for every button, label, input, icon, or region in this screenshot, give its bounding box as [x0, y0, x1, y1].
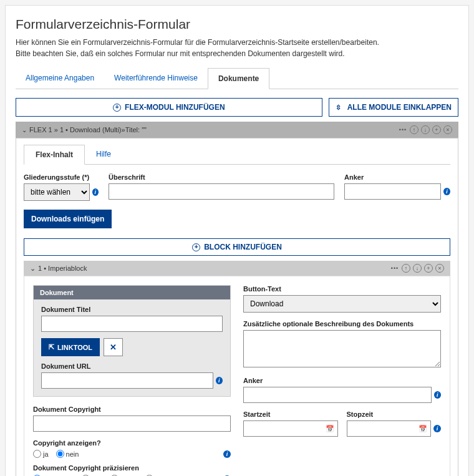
- menu-icon[interactable]: •••: [390, 264, 399, 273]
- link-icon: ⇱: [49, 343, 54, 351]
- info-icon[interactable]: i: [433, 425, 441, 432]
- intro-line-1: Hier können Sie ein Formularverzeichnis-…: [16, 37, 458, 48]
- copyright-show-label: Copyright anzeigen?: [33, 439, 220, 447]
- gliederung-select[interactable]: bitte wählen: [24, 183, 90, 201]
- button-text-label: Button-Text: [243, 285, 441, 293]
- unlink-button[interactable]: ✕: [104, 338, 123, 356]
- copyright-precise-label: Dokument Copyright präzisieren: [33, 464, 220, 472]
- anker-label: Anker: [344, 173, 450, 181]
- calendar-icon[interactable]: 📅: [326, 425, 334, 433]
- anker2-label: Anker: [243, 377, 441, 384]
- duplicate-icon[interactable]: +: [432, 125, 441, 134]
- doc-url-input[interactable]: [41, 372, 213, 389]
- chevron-down-icon: ⌄: [30, 265, 36, 273]
- chevron-down-icon: ⌄: [22, 127, 27, 134]
- move-up-icon[interactable]: ↑: [410, 125, 418, 134]
- ueberschrift-label: Überschrift: [109, 173, 334, 181]
- beschreibung-textarea[interactable]: [243, 330, 441, 367]
- page-title: Formularverzeichnis-Formular: [16, 17, 458, 32]
- stopzeit-label: Stopzeit: [347, 410, 442, 418]
- delete-icon[interactable]: ×: [435, 264, 444, 273]
- doc-titel-input[interactable]: [41, 316, 223, 332]
- gliederung-label: Gliederungsstufe (*): [24, 173, 99, 181]
- anker2-input[interactable]: [243, 387, 432, 403]
- intro-line-2: Bitte beachten Sie, daß ein solches Form…: [16, 48, 458, 59]
- insert-downloads-button[interactable]: Downloads einfügen: [24, 210, 112, 228]
- info-icon[interactable]: i: [443, 188, 450, 195]
- tab-dokumente[interactable]: Dokumente: [208, 68, 269, 89]
- move-down-icon[interactable]: ↓: [421, 125, 430, 134]
- calendar-icon[interactable]: 📅: [418, 425, 427, 433]
- add-flex-module-button[interactable]: + FLEX-MODUL HINZUFÜGEN: [16, 98, 322, 117]
- tab-allgemeine[interactable]: Allgemeine Angaben: [16, 68, 104, 89]
- radio-ja[interactable]: ja: [33, 450, 49, 458]
- duplicate-icon[interactable]: +: [424, 264, 433, 273]
- radio-nein[interactable]: nein: [56, 450, 79, 458]
- tab-hinweise[interactable]: Weiterführende Hinweise: [104, 68, 208, 89]
- add-block-button[interactable]: + BLOCK HINZUFÜGEN: [24, 238, 450, 256]
- startzeit-input[interactable]: [243, 420, 338, 437]
- button-text-select[interactable]: Download: [243, 295, 441, 313]
- beschreibung-label: Zusätzliche optionale Beschreibung des D…: [243, 320, 441, 328]
- startzeit-label: Startzeit: [243, 410, 338, 418]
- move-down-icon[interactable]: ↓: [413, 264, 422, 273]
- anker-input[interactable]: [344, 183, 441, 200]
- plus-icon: +: [113, 104, 121, 112]
- delete-icon[interactable]: ×: [443, 125, 452, 134]
- ueberschrift-input[interactable]: [109, 183, 334, 200]
- collapse-icon: ⇳: [336, 104, 341, 112]
- linktool-button[interactable]: ⇱ LINKTOOL: [41, 338, 100, 356]
- doc-box-title: Dokument: [34, 286, 230, 299]
- info-icon[interactable]: i: [223, 450, 231, 458]
- module-header[interactable]: ⌄ FLEX 1 » 1 • Download (Multi)»Titel: "…: [16, 122, 458, 138]
- block-header[interactable]: ⌄ 1 • Imperiablock ••• ↑ ↓ + ×: [24, 261, 450, 276]
- menu-icon[interactable]: •••: [399, 125, 407, 134]
- collapse-all-button[interactable]: ⇳ ALLE MODULE EINKLAPPEN: [329, 98, 458, 117]
- info-icon[interactable]: i: [92, 188, 99, 196]
- inner-tab-help[interactable]: Hilfe: [85, 145, 122, 164]
- move-up-icon[interactable]: ↑: [402, 264, 410, 273]
- copyright-label: Dokument Copyright: [33, 406, 231, 413]
- copyright-input[interactable]: [33, 415, 231, 432]
- plus-icon: +: [192, 243, 200, 251]
- doc-titel-label: Dokument Titel: [41, 306, 223, 313]
- info-icon[interactable]: i: [216, 377, 223, 384]
- doc-url-label: Dokument URL: [41, 362, 223, 370]
- info-icon[interactable]: i: [434, 391, 441, 399]
- inner-tab-content[interactable]: Flex-Inhalt: [24, 145, 85, 165]
